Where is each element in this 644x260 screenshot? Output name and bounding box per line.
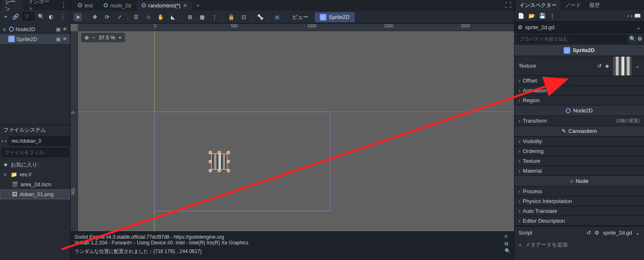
scale-tool-icon[interactable]: ⤢ <box>115 13 123 21</box>
open-resource-icon[interactable]: 📂 <box>528 13 535 19</box>
texture-preview[interactable] <box>612 56 632 76</box>
add-metadata-button[interactable]: + メタデータを追加 <box>514 239 644 251</box>
instance-icon[interactable]: 🔗 <box>12 13 19 20</box>
add-node-icon[interactable]: + <box>2 13 9 20</box>
group-material[interactable]: ›Material <box>514 166 644 176</box>
resize-handle-icon[interactable] <box>209 160 212 163</box>
history-back-icon[interactable]: ‹ <box>627 13 629 19</box>
resize-handle-icon[interactable] <box>209 151 212 154</box>
tree-node-sprite[interactable]: ☺ Sprite2D ▣👁 <box>0 34 70 44</box>
tab-test[interactable]: test <box>73 1 98 10</box>
view-menu-button[interactable]: ビュー <box>290 13 311 21</box>
tab-randomtest[interactable]: randomtest(*) ✕ <box>137 1 193 10</box>
dock-menu-icon[interactable]: ⋮ <box>59 1 68 9</box>
grid-snap-icon[interactable]: ▦ <box>198 13 206 21</box>
texture-property[interactable]: Texture ↺ ◈ ⌄ <box>514 56 644 76</box>
class-header-sprite2d[interactable]: ☺ Sprite2D <box>514 45 644 56</box>
history-fwd-icon[interactable]: › <box>631 13 633 19</box>
nav-fwd-icon[interactable]: › <box>5 138 7 144</box>
group-physics[interactable]: ›Physics Interpolation <box>514 196 644 206</box>
ruler-tool-icon[interactable]: ◣ <box>169 13 177 21</box>
unique-name-icon[interactable]: ◐ <box>48 13 54 20</box>
class-header-node2d[interactable]: Node2D <box>514 105 644 116</box>
new-resource-icon[interactable]: 📄 <box>518 13 524 19</box>
tab-node2d[interactable]: node_2d <box>99 1 136 10</box>
fs-path-input[interactable] <box>9 137 76 146</box>
class-header-node[interactable]: ○ Node <box>514 176 644 187</box>
group-texture[interactable]: ›Texture <box>514 156 644 166</box>
zoom-value[interactable]: 37.5 % <box>99 34 115 41</box>
pivot-tool-icon[interactable]: ⊹ <box>144 13 152 21</box>
group-transform[interactable]: › Transform (2個の変更) <box>514 116 644 126</box>
zoom-in-icon[interactable]: + <box>118 34 122 41</box>
smart-snap-icon[interactable]: ⊞ <box>186 13 194 21</box>
group-offset[interactable]: ›Offset <box>514 76 644 86</box>
center-view-icon[interactable]: ⊕ <box>84 34 89 41</box>
group-ordering[interactable]: ›Ordering <box>514 146 644 156</box>
visibility-icon[interactable]: 👁 <box>62 36 68 42</box>
resize-handle-icon[interactable] <box>218 151 221 154</box>
output-search-icon[interactable]: 🔍 <box>505 248 511 254</box>
canvas-viewport[interactable]: 0 500 1000 1500 2000 0 500 <box>71 24 514 231</box>
close-icon[interactable]: ✕ <box>183 2 187 9</box>
output-copy-icon[interactable]: ⧉ <box>505 241 511 246</box>
expand-icon[interactable]: ∨ <box>2 26 7 32</box>
inspector-tab[interactable]: インスペクター <box>516 0 560 11</box>
fs-item-scene[interactable]: 🎬 area_2d.tscn <box>0 180 70 189</box>
fs-item-image[interactable]: 🖼 dokan_01.png <box>0 189 70 199</box>
lock-icon[interactable]: 🔒 <box>227 13 235 21</box>
group-visibility[interactable]: ›Visibility <box>514 137 644 146</box>
inspector-menu-icon[interactable]: ⋮ <box>550 13 555 19</box>
fs-res-root[interactable]: ∨ 📁 res:// <box>0 170 70 180</box>
revert-icon[interactable]: ↺ <box>587 230 591 236</box>
script-icon[interactable]: ▣ <box>56 26 61 32</box>
chevron-down-icon[interactable]: ⌄ <box>635 230 640 236</box>
resize-handle-icon[interactable] <box>227 151 230 154</box>
scene-menu-icon[interactable]: ⋮ <box>58 13 68 21</box>
property-filter-input[interactable] <box>516 34 628 43</box>
revert-icon[interactable]: ↺ <box>597 63 602 69</box>
make-unique-icon[interactable]: ◈ <box>605 63 609 69</box>
resize-handle-icon[interactable] <box>218 169 221 172</box>
search-icon[interactable]: 🔍 <box>629 36 636 42</box>
filter-options-icon[interactable]: ⚙ <box>637 36 642 42</box>
script-property[interactable]: Script ↺ ⚙ sprite_2d.gd ⌄ <box>514 226 644 239</box>
override-camera-icon[interactable]: ▣ <box>273 13 281 21</box>
distraction-free-icon[interactable]: ⛶ <box>505 2 512 9</box>
group-animation[interactable]: ›Animation <box>514 86 644 96</box>
select-tool-icon[interactable]: ➤ <box>74 13 82 21</box>
zoom-out-icon[interactable]: − <box>92 34 96 41</box>
output-pin-icon[interactable]: ⎋ <box>505 233 511 239</box>
scene-filter-input[interactable] <box>22 12 34 21</box>
resource-path-row[interactable]: ⚙ sprite_2d.gd ⌄ <box>514 22 644 33</box>
snap-options-icon[interactable]: ⋮ <box>210 13 218 21</box>
tree-node-root[interactable]: ∨ Node2D ▣👁 <box>0 24 70 34</box>
group-icon[interactable]: ⊡ <box>239 13 248 21</box>
group-region[interactable]: ›Region <box>514 96 644 105</box>
class-header-canvasitem[interactable]: ✎ CanvasItem <box>514 126 644 137</box>
history-tab[interactable]: 履歴 <box>586 0 603 11</box>
resize-handle-icon[interactable] <box>209 169 212 172</box>
script-icon[interactable]: ▣ <box>56 36 61 42</box>
visibility-icon[interactable]: 👁 <box>62 26 68 32</box>
sprite-selection[interactable] <box>211 153 228 170</box>
bone-icon[interactable]: 🦴 <box>256 13 264 21</box>
search-icon[interactable]: 🔍 <box>38 13 44 20</box>
save-resource-icon[interactable]: 💾 <box>539 13 546 19</box>
pan-tool-icon[interactable]: ✋ <box>157 13 165 21</box>
group-editordesc[interactable]: ›Editor Description <box>514 216 644 226</box>
add-tab-icon[interactable]: + <box>193 2 203 9</box>
expand-icon[interactable]: ∨ <box>3 171 8 178</box>
fs-filter-input[interactable] <box>2 148 69 157</box>
group-autotranslate[interactable]: ›Auto Translate <box>514 206 644 216</box>
nav-back-icon[interactable]: ‹ <box>2 138 3 144</box>
group-process[interactable]: ›Process <box>514 187 644 196</box>
doc-icon[interactable]: 📖 <box>634 13 641 19</box>
chevron-down-icon[interactable]: ⌄ <box>635 63 640 69</box>
fs-favorites[interactable]: ★ お気に入り: <box>0 160 70 170</box>
resize-handle-icon[interactable] <box>227 160 230 163</box>
node-tab[interactable]: ノード <box>562 0 584 11</box>
chevron-down-icon[interactable]: ⌄ <box>636 24 641 30</box>
resize-handle-icon[interactable] <box>227 169 230 172</box>
rotate-tool-icon[interactable]: ⟳ <box>103 13 111 21</box>
